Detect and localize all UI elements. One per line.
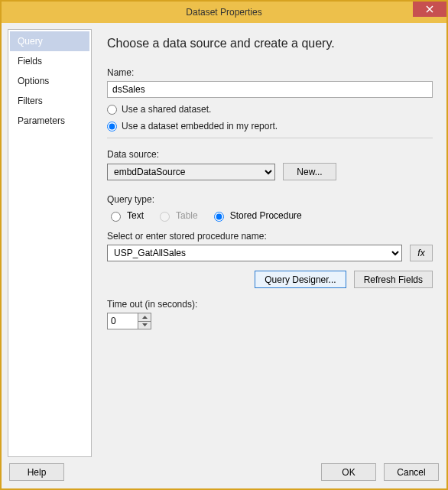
- dataset-mode-embedded-radio[interactable]: [107, 122, 117, 131]
- querytype-text-option[interactable]: Text: [107, 209, 144, 222]
- dialog-body: Query Fields Options Filters Parameters …: [2, 23, 446, 457]
- help-button[interactable]: Help: [9, 463, 64, 481]
- dataset-mode-embedded-label: Use a dataset embedded in my report.: [122, 121, 278, 131]
- sidebar-item-parameters[interactable]: Parameters: [10, 111, 89, 131]
- cancel-button[interactable]: Cancel: [384, 463, 439, 481]
- dataset-mode-shared-radio[interactable]: [107, 105, 117, 115]
- querytype-sp-option[interactable]: Stored Procedure: [210, 209, 302, 222]
- sidebar-item-fields[interactable]: Fields: [10, 51, 89, 71]
- dialog-window: Dataset Properties Query Fields Options …: [0, 0, 448, 490]
- timeout-spin-down[interactable]: [138, 322, 151, 329]
- divider: [107, 138, 433, 138]
- svg-marker-2: [142, 316, 148, 319]
- storedproc-select[interactable]: USP_GatAllSales: [107, 245, 402, 261]
- storedproc-label: Select or enter stored procedure name:: [107, 231, 433, 242]
- page-heading: Choose a data source and create a query.: [107, 37, 433, 50]
- sidebar-item-query[interactable]: Query: [10, 31, 89, 51]
- datasource-row: embdDataSource New...: [107, 163, 433, 180]
- timeout-input[interactable]: [107, 313, 138, 329]
- timeout-spinner: [138, 313, 151, 329]
- datasource-label: Data source:: [107, 149, 433, 160]
- querytype-table-radio: [160, 212, 170, 222]
- refresh-fields-button[interactable]: Refresh Fields: [354, 271, 433, 288]
- titlebar: Dataset Properties: [2, 2, 446, 23]
- sidebar-item-options[interactable]: Options: [10, 71, 89, 91]
- chevron-up-icon: [142, 316, 148, 319]
- querytype-sp-radio[interactable]: [214, 212, 224, 222]
- querytype-table-label: Table: [176, 210, 198, 221]
- content-panel: Choose a data source and create a query.…: [96, 29, 440, 457]
- query-designer-button[interactable]: Query Designer...: [255, 271, 346, 288]
- expression-button[interactable]: fx: [410, 245, 433, 261]
- datasource-select[interactable]: embdDataSource: [107, 164, 275, 180]
- sidebar-item-filters[interactable]: Filters: [10, 91, 89, 111]
- ok-button[interactable]: OK: [321, 463, 376, 481]
- querytype-text-radio[interactable]: [111, 212, 121, 222]
- dialog-footer: Help OK Cancel: [2, 457, 446, 488]
- query-actions-row: Query Designer... Refresh Fields: [107, 271, 433, 288]
- timeout-row: [107, 313, 433, 329]
- new-datasource-button[interactable]: New...: [283, 163, 336, 180]
- dataset-mode-shared-label: Use a shared dataset.: [122, 104, 211, 115]
- sidebar: Query Fields Options Filters Parameters: [8, 29, 92, 457]
- close-button[interactable]: [413, 2, 446, 17]
- querytype-sp-label: Stored Procedure: [230, 210, 302, 221]
- storedproc-row: USP_GatAllSales fx: [107, 245, 433, 261]
- querytype-text-label: Text: [127, 210, 144, 221]
- name-label: Name:: [107, 67, 433, 78]
- querytype-label: Query type:: [107, 194, 433, 205]
- svg-marker-3: [142, 323, 148, 326]
- querytype-row: Text Table Stored Procedure: [107, 209, 433, 222]
- window-title: Dataset Properties: [2, 7, 446, 18]
- dataset-mode-shared-row[interactable]: Use a shared dataset.: [107, 104, 433, 115]
- dataset-mode-embedded-row[interactable]: Use a dataset embedded in my report.: [107, 121, 433, 131]
- name-input[interactable]: [107, 81, 433, 98]
- timeout-spin-up[interactable]: [138, 313, 151, 322]
- fx-icon: fx: [417, 248, 424, 258]
- timeout-label: Time out (in seconds):: [107, 299, 433, 310]
- close-icon: [426, 5, 433, 13]
- chevron-down-icon: [142, 323, 148, 326]
- querytype-table-option: Table: [156, 209, 198, 222]
